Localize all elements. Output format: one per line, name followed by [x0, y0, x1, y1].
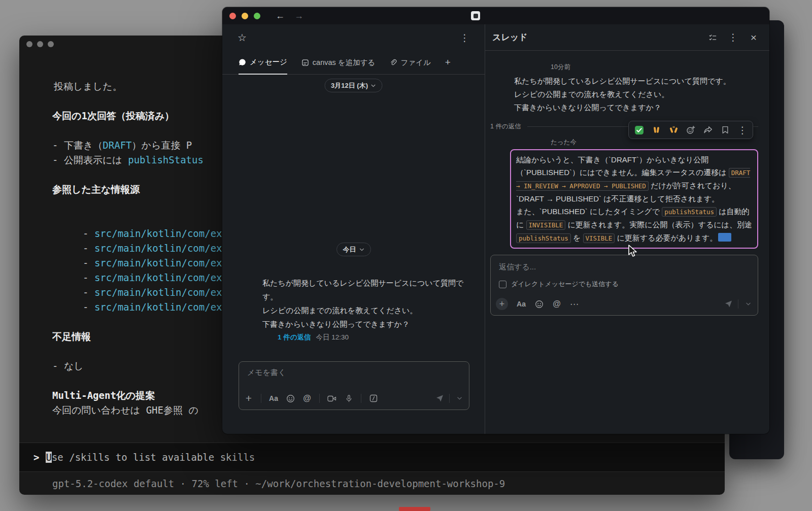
message-actions-toolbar: ⋮ — [628, 121, 753, 139]
tab-add[interactable]: + — [445, 51, 451, 74]
slack-traffic-lights — [229, 13, 260, 19]
zoom-button[interactable] — [48, 41, 54, 47]
shortcuts-icon[interactable] — [369, 394, 378, 402]
chat-bubble-icon — [239, 58, 246, 66]
text-format-icon[interactable]: Aa — [269, 394, 278, 402]
date-divider-pill[interactable]: 3月12日 (木) — [324, 79, 383, 92]
minimize-button[interactable] — [37, 41, 43, 47]
star-icon[interactable]: ☆ — [238, 31, 247, 44]
close-button[interactable] — [26, 41, 32, 47]
terminal-input-text: se /skills to list available skills — [52, 452, 255, 463]
terminal-input[interactable]: > U se /skills to list available skills — [19, 442, 725, 472]
channel-header: ☆ ⋮ — [222, 24, 485, 51]
send-options-chevron-icon[interactable] — [743, 302, 753, 306]
reply-text-segment: を — [571, 233, 583, 242]
mention-icon[interactable]: @ — [302, 394, 312, 403]
mic-icon[interactable] — [344, 394, 353, 403]
send-as-dm-checkbox[interactable] — [499, 281, 506, 288]
reply-text-segment: また、`PUBLISHED` にしたタイミングで — [516, 207, 662, 216]
message-composer[interactable]: メモを書く + Aa @ — [239, 361, 469, 410]
minimize-button[interactable] — [242, 13, 248, 19]
more-options-icon[interactable]: ⋮ — [460, 32, 469, 44]
original-message-time: 10分前 — [551, 63, 769, 72]
slack-window: ← → ☆ ⋮ メッセージ canvas — [222, 7, 769, 434]
reply-text-segment: に更新されます。実際に公開（表示）するには、別途 — [565, 220, 752, 229]
today-divider-pill[interactable]: 今日 — [336, 243, 371, 256]
plus-icon: + — [445, 57, 451, 68]
slack-main: ☆ ⋮ メッセージ canvas を追加する ファイル — [222, 24, 769, 434]
chevron-down-icon — [359, 248, 364, 252]
tab-label: ファイル — [400, 58, 430, 67]
toolbar-divider — [361, 394, 361, 403]
canvas-icon — [301, 59, 309, 66]
composer-placeholder: メモを書く — [239, 362, 469, 378]
tab-add-canvas[interactable]: canvas を追加する — [301, 51, 376, 74]
video-icon[interactable] — [327, 395, 336, 402]
chevron-down-icon — [371, 84, 376, 88]
attach-plus-icon[interactable]: + — [496, 298, 508, 310]
send-icon[interactable] — [435, 394, 444, 402]
message-pane: ☆ ⋮ メッセージ canvas を追加する ファイル — [222, 24, 485, 434]
history-forward-button[interactable]: → — [294, 11, 303, 21]
history-back-button[interactable]: ← — [276, 11, 285, 21]
paperclip-icon — [389, 59, 397, 66]
desktop: • 投稿しました。今回の1次回答（投稿済み）- 下書き（DRAFT）から直接 P… — [0, 0, 812, 511]
text-selection-highlight — [718, 233, 731, 242]
replies-count-label: 1 件の返信 — [490, 122, 521, 131]
attach-plus-icon[interactable]: + — [244, 392, 253, 404]
raised-hands-emoji-reaction[interactable] — [668, 125, 679, 135]
last-reply-time: 今日 12:30 — [316, 333, 349, 342]
hands-emoji-reaction[interactable] — [651, 125, 662, 135]
reply-text-segment: 結論からいうと、下書き（`DRAFT`）からいきなり公開（`PUBLISHED`… — [516, 155, 729, 177]
send-as-dm-label: ダイレクトメッセージでも送信する — [511, 280, 619, 289]
add-reaction-icon[interactable] — [685, 125, 696, 134]
inline-code: publishStatus — [662, 207, 717, 217]
thread-pane: スレッド ⋮ × 10分前 私たちが開発しているレシピ公開サービスについて質問で… — [485, 24, 769, 434]
tab-label: メッセージ — [250, 57, 287, 67]
reply-text-segment: に更新する必要があります。 — [615, 233, 717, 242]
tab-messages[interactable]: メッセージ — [239, 51, 287, 75]
workspace-icon[interactable] — [471, 11, 480, 20]
bookmark-icon[interactable] — [720, 126, 731, 134]
date-divider-label: 3月12日 (木) — [331, 81, 368, 90]
checklist-icon[interactable] — [708, 33, 717, 42]
thread-scroll: 10分前 私たちが開発しているレシピ公開サービスについて質問です。 レシピの公開… — [485, 51, 769, 434]
close-button[interactable] — [229, 13, 236, 19]
reply-count-link[interactable]: 1 件の返信 — [278, 333, 311, 342]
original-message-text: 私たちが開発しているレシピ公開サービスについて質問です。 レシピの公開までの流れ… — [514, 75, 757, 114]
terminal-traffic-lights — [26, 41, 54, 47]
composer-toolbar: + Aa @ — [244, 390, 464, 407]
more-actions-icon[interactable]: ⋮ — [737, 124, 748, 136]
thread-composer[interactable]: 返信する... ダイレクトメッセージでも送信する + Aa @ — [490, 255, 758, 316]
thread-header: スレッド ⋮ × — [485, 24, 769, 51]
inline-code: publishStatus — [516, 233, 571, 243]
terminal-status-line: gpt-5.2-codex default · 72% left · ~/wor… — [52, 478, 715, 489]
toolbar-divider — [261, 394, 261, 403]
thread-title: スレッド — [492, 31, 528, 43]
prompt-chevron: > — [33, 452, 39, 463]
more-actions-icon[interactable]: ⋯ — [570, 299, 579, 310]
thread-reply-summary[interactable]: 1 件の返信 今日 12:30 — [278, 333, 349, 342]
thread-reply-message: 結論からいうと、下書き（`DRAFT`）からいきなり公開（`PUBLISHED`… — [510, 149, 758, 249]
dock-peek — [399, 507, 430, 511]
message-text: 私たちが開発しているレシピ公開サービスについて質問です。 レシピの公開までの流れ… — [262, 276, 471, 331]
share-icon[interactable] — [702, 126, 714, 134]
mention-icon[interactable]: @ — [552, 299, 561, 309]
mouse-cursor — [627, 245, 638, 258]
check-emoji-reaction[interactable] — [633, 125, 645, 135]
more-options-icon[interactable]: ⋮ — [728, 31, 738, 43]
close-icon[interactable]: × — [749, 32, 758, 43]
slack-titlebar: ← → — [222, 7, 769, 24]
inline-code: INVISIBLE — [526, 220, 566, 230]
send-icon[interactable] — [724, 300, 733, 308]
tab-files[interactable]: ファイル — [389, 51, 430, 74]
toolbar-divider — [449, 394, 450, 403]
terminal-cursor: U — [46, 452, 51, 463]
emoji-icon[interactable] — [286, 394, 295, 403]
text-format-icon[interactable]: Aa — [517, 300, 526, 308]
inline-code: VISIBLE — [583, 233, 615, 243]
zoom-button[interactable] — [254, 13, 260, 19]
toolbar-divider — [738, 299, 738, 309]
send-options-chevron-icon[interactable] — [455, 396, 464, 400]
emoji-icon[interactable] — [534, 300, 544, 309]
